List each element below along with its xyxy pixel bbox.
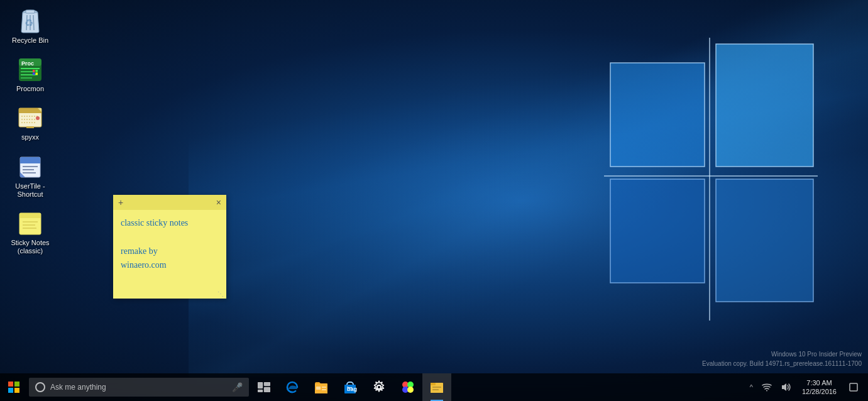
svg-rect-71	[432, 389, 439, 390]
svg-rect-16	[21, 71, 35, 72]
spyxx-label: spyxx	[21, 133, 39, 141]
tray-network-icon[interactable]	[758, 378, 776, 396]
taskbar-explorer-app[interactable]	[307, 373, 336, 401]
sticky-note-header: + ×	[113, 195, 226, 210]
task-view-button[interactable]	[250, 373, 278, 401]
build-info: Windows 10 Pro Insider Preview Evaluatio…	[702, 349, 862, 368]
svg-rect-73	[850, 383, 857, 391]
recycle-bin-icon[interactable]: ♻ Recycle Bin	[5, 5, 55, 48]
recycle-bin-image: ♻	[18, 9, 43, 34]
svg-point-72	[766, 390, 767, 392]
svg-point-62	[377, 385, 381, 389]
taskbar-settings-app[interactable]	[365, 373, 393, 401]
search-circle-icon	[35, 382, 45, 392]
sticky-note-add-button[interactable]: +	[117, 198, 124, 207]
svg-rect-38	[23, 172, 36, 173]
taskbar-app1[interactable]	[393, 373, 422, 401]
svg-point-32	[36, 116, 40, 120]
svg-rect-43	[19, 216, 41, 218]
svg-rect-51	[258, 382, 263, 388]
sticky-notes-label: Sticky Notes (classic)	[9, 239, 52, 255]
sticky-notes-icon[interactable]: Sticky Notes (classic)	[5, 207, 55, 259]
system-tray: ^	[742, 373, 868, 401]
sticky-note-body[interactable]: classic sticky notes remake by winaero.c…	[113, 210, 226, 279]
svg-rect-26	[19, 111, 41, 113]
svg-rect-15	[21, 68, 40, 69]
spyxx-icon[interactable]: spyxx	[5, 102, 55, 145]
svg-rect-54	[258, 390, 263, 392]
desktop: ♻ Recycle Bin Proc	[0, 0, 868, 401]
svg-rect-56	[316, 387, 321, 390]
taskbar-app2[interactable]	[422, 373, 451, 401]
clock-display[interactable]: 7:30 AM 12/28/2016	[797, 373, 842, 401]
taskbar-store-app[interactable]: bag	[336, 373, 365, 401]
svg-rect-52	[264, 382, 270, 386]
desktop-icons: ♻ Recycle Bin Proc	[0, 0, 60, 264]
svg-rect-31	[26, 126, 34, 128]
taskbar-edge-app[interactable]	[278, 373, 307, 401]
usertile-image	[18, 155, 43, 180]
sticky-note-line3: winaero.com	[121, 258, 219, 272]
svg-rect-10	[26, 10, 35, 13]
svg-rect-22	[33, 73, 35, 75]
svg-rect-20	[33, 70, 35, 72]
sticky-note-close-button[interactable]: ×	[215, 198, 222, 207]
svg-line-9	[33, 15, 34, 30]
sticky-note-line2: remake by	[121, 244, 219, 258]
usertile-label: UserTile - Shortcut	[9, 182, 52, 199]
recycle-bin-label: Recycle Bin	[12, 36, 48, 45]
sticky-notes-image	[18, 211, 43, 236]
clock-time: 7:30 AM	[806, 379, 832, 387]
usertile-icon[interactable]: UserTile - Shortcut	[5, 151, 55, 202]
tray-icons	[758, 378, 794, 396]
svg-rect-61	[348, 387, 352, 388]
tray-expand-button[interactable]: ^	[747, 382, 755, 392]
svg-rect-57	[322, 387, 326, 388]
svg-rect-18	[21, 77, 32, 79]
svg-rect-35	[20, 161, 40, 163]
svg-rect-49	[8, 388, 13, 393]
taskbar-apps: bag	[278, 373, 742, 401]
svg-rect-47	[8, 382, 13, 387]
svg-rect-2	[610, 179, 705, 283]
spyxx-image	[18, 106, 43, 131]
svg-rect-48	[14, 382, 19, 387]
svg-text:bag: bag	[347, 386, 357, 392]
svg-rect-37	[23, 169, 34, 170]
svg-text:♻: ♻	[25, 18, 33, 28]
sticky-note-line1: classic sticky notes	[121, 216, 219, 230]
svg-rect-0	[610, 63, 705, 167]
svg-rect-58	[322, 389, 326, 390]
svg-point-66	[407, 387, 414, 393]
svg-rect-3	[716, 179, 813, 302]
search-bar[interactable]: Ask me anything 🎤	[29, 378, 249, 397]
clock-date: 12/28/2016	[802, 388, 837, 395]
taskbar: Ask me anything 🎤	[0, 373, 868, 401]
svg-rect-36	[23, 166, 38, 167]
procmon-label: Procmon	[16, 85, 44, 93]
svg-rect-1	[716, 44, 813, 167]
microphone-icon[interactable]: 🎤	[232, 382, 243, 392]
svg-rect-69	[431, 383, 436, 385]
windows-logo	[604, 38, 818, 327]
svg-rect-53	[264, 387, 270, 392]
tray-volume-icon[interactable]	[777, 378, 794, 396]
build-info-line1: Windows 10 Pro Insider Preview	[702, 349, 862, 359]
svg-rect-23	[36, 73, 38, 75]
procmon-image: Proc	[18, 57, 43, 82]
notification-button[interactable]	[844, 373, 863, 401]
sticky-note-window: + × classic sticky notes remake by winae…	[113, 195, 226, 299]
sticky-note-resize-handle[interactable]: ⋱	[217, 290, 224, 297]
build-info-line2: Evaluation copy. Build 14971.rs_prerelea…	[702, 359, 862, 368]
svg-rect-70	[432, 387, 441, 388]
svg-rect-50	[14, 388, 19, 393]
svg-rect-68	[431, 385, 443, 393]
svg-text:Proc: Proc	[21, 60, 34, 67]
procmon-icon[interactable]: Proc Procmon	[5, 53, 55, 97]
svg-rect-21	[36, 70, 38, 72]
start-button[interactable]	[0, 373, 28, 401]
search-placeholder: Ask me anything	[50, 383, 227, 392]
